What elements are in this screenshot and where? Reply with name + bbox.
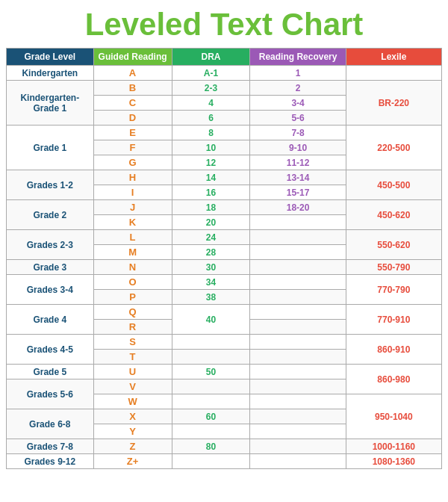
- guided-cell: Q: [93, 305, 172, 320]
- reading-cell: [250, 290, 346, 305]
- dra-cell: 8: [172, 126, 250, 140]
- reading-cell: 2: [250, 81, 346, 96]
- grade-cell: Grades 1-2: [7, 170, 94, 200]
- guided-cell: Z+: [93, 454, 172, 469]
- reading-cell: 9-10: [250, 140, 346, 155]
- reading-cell: [250, 394, 346, 409]
- table-row: Grades 7-8Z801000-1160: [7, 439, 442, 454]
- guided-cell: T: [93, 350, 172, 365]
- reading-cell: [250, 230, 346, 245]
- grade-cell: Grade 6-8: [7, 409, 94, 439]
- dra-cell: 12: [172, 155, 250, 170]
- table-row: KindergartenAA-11: [7, 66, 442, 81]
- page-title: Leveled Text Chart: [0, 0, 448, 48]
- reading-cell: 18-20: [250, 200, 346, 215]
- lexile-cell: 450-620: [346, 200, 441, 230]
- reading-cell: [250, 305, 346, 320]
- lexile-cell: [346, 66, 441, 81]
- table-row: Grade 4Q40770-910: [7, 305, 442, 320]
- reading-cell: 7-8: [250, 126, 346, 140]
- reading-cell: [250, 439, 346, 454]
- reading-cell: [250, 409, 346, 424]
- lexile-cell: 860-980: [346, 365, 441, 394]
- dra-cell: 24: [172, 230, 250, 245]
- dra-cell: [172, 454, 250, 469]
- dra-cell: 16: [172, 185, 250, 200]
- dra-cell: 38: [172, 290, 250, 305]
- dra-cell: 10: [172, 140, 250, 155]
- guided-cell: Y: [93, 424, 172, 439]
- dra-cell: 20: [172, 215, 250, 230]
- header-lexile: Lexile: [346, 49, 441, 66]
- reading-cell: 3-4: [250, 96, 346, 111]
- dra-cell: [172, 424, 250, 439]
- reading-cell: [250, 215, 346, 230]
- guided-cell: I: [93, 185, 172, 200]
- reading-cell: 15-17: [250, 185, 346, 200]
- dra-cell: 34: [172, 275, 250, 290]
- grade-cell: Grades 3-4: [7, 275, 94, 305]
- reading-cell: [250, 454, 346, 469]
- dra-cell: A-1: [172, 66, 250, 81]
- reading-cell: [250, 320, 346, 335]
- reading-cell: [250, 260, 346, 275]
- dra-cell: 6: [172, 111, 250, 126]
- header-grade: Grade Level: [7, 49, 94, 66]
- lexile-cell: 220-500: [346, 126, 441, 170]
- lexile-cell: 550-790: [346, 260, 441, 275]
- guided-cell: G: [93, 155, 172, 170]
- guided-cell: F: [93, 140, 172, 155]
- guided-cell: U: [93, 365, 172, 379]
- lexile-cell: 1000-1160: [346, 439, 441, 454]
- guided-cell: H: [93, 170, 172, 185]
- grade-cell: Kindergarten: [7, 66, 94, 81]
- dra-cell: 40: [172, 305, 250, 335]
- guided-cell: C: [93, 96, 172, 111]
- guided-cell: V: [93, 379, 172, 394]
- table-row: Grades 2-3L24550-620: [7, 230, 442, 245]
- lexile-cell: 770-910: [346, 305, 441, 335]
- guided-cell: S: [93, 335, 172, 350]
- lexile-cell: BR-220: [346, 81, 441, 126]
- header-dra: DRA: [172, 49, 250, 66]
- guided-cell: R: [93, 320, 172, 335]
- dra-cell: 50: [172, 365, 250, 379]
- grade-cell: Grades 7-8: [7, 439, 94, 454]
- dra-cell: 18: [172, 200, 250, 215]
- guided-cell: D: [93, 111, 172, 126]
- grade-cell: Grades 4-5: [7, 335, 94, 365]
- guided-cell: J: [93, 200, 172, 215]
- guided-cell: L: [93, 230, 172, 245]
- dra-cell: 28: [172, 245, 250, 260]
- leveled-text-table: Grade Level Guided Reading DRA Reading R…: [6, 48, 442, 469]
- table-row: Grades 1-2H1413-14450-500: [7, 170, 442, 185]
- grade-cell: Grades 9-12: [7, 454, 94, 469]
- guided-cell: E: [93, 126, 172, 140]
- lexile-cell: 770-790: [346, 275, 441, 305]
- grade-cell: Grade 2: [7, 200, 94, 230]
- lexile-cell: 860-910: [346, 335, 441, 365]
- guided-cell: K: [93, 215, 172, 230]
- reading-cell: [250, 365, 346, 379]
- dra-cell: [172, 394, 250, 409]
- reading-cell: [250, 424, 346, 439]
- table-row: Grade 3N30550-790: [7, 260, 442, 275]
- table-row: Grade 1E87-8220-500: [7, 126, 442, 140]
- grade-cell: Grade 3: [7, 260, 94, 275]
- guided-cell: W: [93, 394, 172, 409]
- dra-cell: 60: [172, 409, 250, 424]
- lexile-cell: 1080-1360: [346, 454, 441, 469]
- reading-cell: [250, 245, 346, 260]
- lexile-cell: 550-620: [346, 230, 441, 260]
- lexile-cell: 450-500: [346, 170, 441, 200]
- reading-cell: [250, 350, 346, 365]
- dra-cell: 14: [172, 170, 250, 185]
- table-row: Grades 3-4O34770-790: [7, 275, 442, 290]
- table-row: Grade 2J1818-20450-620: [7, 200, 442, 215]
- guided-cell: P: [93, 290, 172, 305]
- reading-cell: 11-12: [250, 155, 346, 170]
- lexile-cell: 950-1040: [346, 394, 441, 439]
- header-reading: Reading Recovery: [250, 49, 346, 66]
- grade-cell: Grade 5: [7, 365, 94, 379]
- guided-cell: O: [93, 275, 172, 290]
